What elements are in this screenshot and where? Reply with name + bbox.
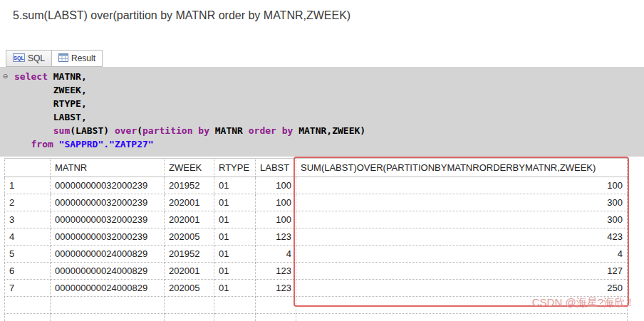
labst-cell[interactable]: 123 [256,228,296,246]
app-window: 5.sum(LABST) over(partition by MATNR ord… [0,0,644,321]
sum-cell[interactable]: 300 [296,211,628,228]
column-header-matnr[interactable]: MATNR [51,159,165,177]
matnr-cell[interactable]: 000000000032000239 [51,228,165,246]
sql-token: (LABST) [70,125,115,136]
sum-cell[interactable]: 4 [296,246,628,263]
sql-token: ZWEEK, [14,85,87,95]
result-grid-icon [58,53,68,64]
tab-sql-label: SQL [28,53,45,63]
code-line: LABST, [14,110,644,124]
sum-cell[interactable]: 300 [296,194,628,211]
column-header-sum[interactable]: SUM(LABST)OVER(PARTITIONBYMATNRORDERBYMA… [296,159,628,177]
sql-keyword: select [14,71,48,82]
matnr-cell[interactable]: 000000000032000239 [51,194,165,211]
tab-sql[interactable]: SQL SQL [6,50,52,67]
tab-result-label: Result [71,53,95,63]
sql-keyword: order by [249,125,294,136]
sql-keyword: sum [53,125,70,136]
table-row[interactable]: 4 000000000032000239 202005 01 123 423 [5,228,628,246]
matnr-cell[interactable]: 000000000032000239 [51,177,165,194]
row-number-cell[interactable]: 3 [5,211,51,228]
sql-keyword: partition by [142,125,209,136]
watermark: CSDN @海星?海欣！ [532,296,635,310]
sql-token: ( [137,125,142,136]
table-row[interactable]: 6 000000000024000829 202001 01 123 127 [5,263,628,280]
zweek-cell[interactable]: 201952 [165,177,214,194]
row-number-cell[interactable]: 1 [5,177,51,194]
rtype-cell[interactable]: 01 [214,211,256,228]
labst-cell[interactable]: 100 [256,194,296,211]
column-header-rtype[interactable]: RTYPE [214,159,256,177]
rtype-cell[interactable]: 01 [214,263,256,280]
sql-keyword: from [31,139,53,149]
matnr-cell[interactable]: 000000000024000829 [51,280,165,297]
column-header-rownum[interactable] [5,159,51,177]
row-number-cell[interactable]: 7 [5,280,51,297]
fold-collapse-icon[interactable]: ⊖ [3,72,8,80]
zweek-cell[interactable]: 202001 [165,263,214,280]
table-row[interactable]: 7 000000000024000829 202005 01 123 250 [5,280,628,297]
labst-cell[interactable]: 100 [256,177,296,194]
sum-cell[interactable]: 250 [296,280,628,297]
sql-token: MATNR,ZWEEK) [293,125,365,136]
code-line: from "SAPPRD"."ZATP27" [14,137,644,151]
tab-bar: SQL SQL Result [6,50,103,67]
labst-cell[interactable]: 4 [256,246,296,263]
zweek-cell[interactable]: 202005 [165,228,214,246]
tab-result[interactable]: Result [52,50,103,67]
zweek-cell[interactable]: 202005 [165,280,214,297]
sql-token: LABST, [14,112,87,122]
code-line: ZWEEK, [14,83,644,97]
row-number-cell[interactable]: 6 [5,263,51,280]
sum-cell[interactable]: 127 [296,263,628,280]
zweek-cell[interactable]: 202001 [165,211,214,228]
sql-token [14,125,53,136]
matnr-cell[interactable]: 000000000024000829 [51,246,165,263]
header-row: MATNR ZWEEK RTYPE LABST SUM(LABST)OVER(P… [5,159,628,177]
sql-token [14,139,31,149]
labst-cell[interactable]: 100 [256,211,296,228]
sql-token: RTYPE, [14,98,87,109]
rtype-cell[interactable]: 01 [214,246,256,263]
table-row[interactable]: 2 000000000032000239 202001 01 100 300 [5,194,628,211]
sum-cell[interactable]: 423 [296,228,628,246]
code-line: sum(LABST) over(partition by MATNR order… [14,124,644,137]
rtype-cell[interactable]: 01 [214,194,256,211]
table-row[interactable]: 1 000000000032000239 201952 01 100 100 [5,177,628,194]
code-line: select MATNR, [14,70,644,83]
sql-token: MATNR, [48,71,87,82]
zweek-cell[interactable]: 202001 [165,194,214,211]
table-row[interactable]: 5 000000000024000829 201952 01 4 4 [5,246,628,263]
sum-cell[interactable]: 100 [296,177,628,194]
page-title: 5.sum(LABST) over(partition by MATNR ord… [13,9,350,22]
matnr-cell[interactable]: 000000000024000829 [51,263,165,280]
column-header-zweek[interactable]: ZWEEK [165,159,214,177]
matnr-cell[interactable]: 000000000032000239 [51,211,165,228]
column-header-labst[interactable]: LABST [256,159,296,177]
sql-string: "SAPPRD"."ZATP27" [53,139,154,149]
sql-keyword: over [115,125,137,136]
row-number-cell[interactable]: 2 [5,194,51,211]
sql-file-icon: SQL [13,53,25,64]
rtype-cell[interactable]: 01 [214,228,256,246]
code-line: RTYPE, [14,97,644,110]
sql-code-viewer: ⊖ select MATNR, ZWEEK, RTYPE, LABST, sum… [0,67,644,157]
rtype-cell[interactable]: 01 [214,280,256,297]
labst-cell[interactable]: 123 [256,280,296,297]
zweek-cell[interactable]: 201952 [165,246,214,263]
rtype-cell[interactable]: 01 [214,177,256,194]
labst-cell[interactable]: 123 [256,263,296,280]
svg-text:SQL: SQL [14,56,24,61]
table-row[interactable]: 3 000000000032000239 202001 01 100 300 [5,211,628,228]
empty-row [5,314,628,321]
row-number-cell[interactable]: 5 [5,246,51,263]
row-number-cell[interactable]: 4 [5,228,51,246]
sql-token: MATNR [209,125,249,136]
